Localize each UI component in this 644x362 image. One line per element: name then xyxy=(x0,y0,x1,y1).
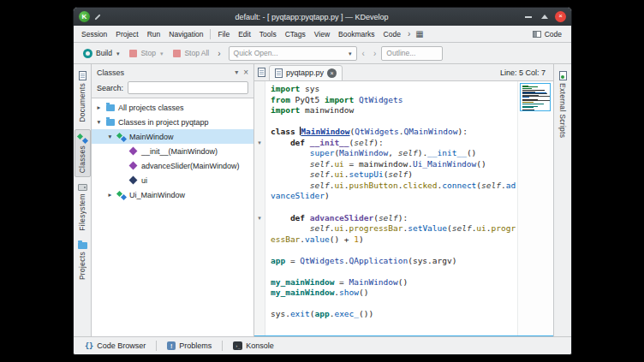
code-area[interactable]: import sysfrom PyQt5 import QtWidgetsimp… xyxy=(265,81,517,335)
stop-all-button[interactable]: Stop All xyxy=(169,47,213,59)
code-line[interactable]: super(MainWindow, self).__init__() xyxy=(271,148,517,159)
code-line[interactable]: essBar.value() + 1) xyxy=(271,234,517,246)
expander-icon[interactable]: ▾ xyxy=(106,133,114,140)
code-line[interactable]: def advanceSlider(self): xyxy=(271,213,517,224)
fold-marker[interactable]: ▾ xyxy=(254,213,265,224)
code-line[interactable]: app = QtWidgets.QApplication(sys.argv) xyxy=(271,256,517,267)
menu-overflow-icon[interactable] xyxy=(405,29,413,39)
code-line[interactable]: self.ui = mainwindow.Ui_MainWindow() xyxy=(271,159,517,170)
documents-list-icon[interactable] xyxy=(258,68,265,77)
code-line[interactable] xyxy=(271,299,517,310)
code-line[interactable] xyxy=(271,116,517,128)
tree-item--init-mainwindow-[interactable]: __init__(MainWindow) xyxy=(92,144,253,158)
code-line[interactable]: my_mainWindow = MainWindow() xyxy=(271,277,517,288)
panel-menu-icon[interactable] xyxy=(235,68,238,76)
tab-label: External Scripts xyxy=(558,83,567,138)
problems-icon: ! xyxy=(167,341,176,350)
code-line[interactable]: sys.exit(app.exec_()) xyxy=(271,309,517,320)
minimap-view-indicator[interactable] xyxy=(520,83,551,111)
tree-item-label: ui xyxy=(141,176,147,185)
search-input[interactable] xyxy=(128,81,248,94)
code-line[interactable]: class MainWindow(QtWidgets.QMainWindow): xyxy=(271,127,517,138)
menu-file[interactable]: File xyxy=(213,26,234,43)
menu-view[interactable]: View xyxy=(310,26,334,43)
menu-ctags[interactable]: CTags xyxy=(281,26,310,43)
code-line[interactable]: vanceSlider) xyxy=(271,191,517,202)
sidebar-tab-filesystem[interactable]: Filesystem xyxy=(75,180,91,235)
fold-slot xyxy=(254,288,265,299)
documents-icon xyxy=(79,71,86,80)
fold-slot xyxy=(254,159,265,170)
menu-edit[interactable]: Edit xyxy=(234,26,255,43)
navigate-forward-button[interactable]: › xyxy=(370,49,379,58)
code-line[interactable]: self.ui.pushButton.clicked.connect(self.… xyxy=(271,181,517,192)
code-line[interactable]: import mainwindow xyxy=(271,105,517,116)
minimap-scrollbar[interactable] xyxy=(517,81,553,335)
quick-open-dropdown-icon[interactable] xyxy=(348,49,352,57)
minimize-button[interactable] xyxy=(522,11,534,23)
minimap-line xyxy=(522,107,534,108)
classes-icon xyxy=(78,134,87,143)
menu-session[interactable]: Session xyxy=(77,26,111,43)
sidebar-tab-classes[interactable]: Classes xyxy=(75,129,91,177)
minimap-line xyxy=(522,110,534,110)
toolview-button-konsole[interactable]: ›_Konsole xyxy=(227,341,280,351)
close-button[interactable] xyxy=(555,11,566,22)
area-switcher-button[interactable]: Code xyxy=(527,27,568,42)
toolview-button-label: Problems xyxy=(179,341,212,350)
build-button[interactable]: Build xyxy=(79,47,123,60)
menu-project[interactable]: Project xyxy=(111,26,142,43)
tree-item-advanceslider-mainwindow-[interactable]: advanceSlider(MainWindow) xyxy=(92,158,253,173)
menu-navigation[interactable]: Navigation xyxy=(164,26,207,43)
toolview-button-code-browser[interactable]: {}Code Browser xyxy=(79,341,152,351)
tab-close-icon[interactable] xyxy=(327,68,337,78)
area-switcher-label: Code xyxy=(545,30,562,39)
code-line[interactable]: from PyQt5 import QtWidgets xyxy=(271,95,517,106)
sidebar-tab-documents[interactable]: Documents xyxy=(75,67,91,127)
menu-code[interactable]: Code xyxy=(379,26,405,43)
main-toolbar: Build Stop Stop All Quick Open... ‹ › Ou… xyxy=(74,43,571,64)
menu-run[interactable]: Run xyxy=(143,26,165,43)
fold-slot xyxy=(254,299,265,310)
tree-item-label: All projects classes xyxy=(118,104,184,112)
toolview-button-problems[interactable]: !Problems xyxy=(161,341,218,351)
titlebar[interactable]: K default: - [ pyqtapp:pyqtapp.py ] — KD… xyxy=(74,8,571,26)
expander-icon[interactable]: ▸ xyxy=(106,191,114,199)
sidebar-tab-external-scripts[interactable]: External Scripts xyxy=(555,67,571,142)
navigate-back-button[interactable]: ‹ xyxy=(359,49,368,58)
editor-tab-pyqtapp[interactable]: pyqtapp.py xyxy=(269,65,343,81)
code-line[interactable]: self.ui.setupUi(self) xyxy=(271,169,517,181)
code-line[interactable]: self.ui.progressBar.setValue(self.ui.pro… xyxy=(271,223,517,234)
bottom-toolview-bar: {}Code Browser!Problems›_Konsole xyxy=(74,336,571,354)
code-line[interactable] xyxy=(271,266,517,277)
tree-item-mainwindow[interactable]: ▾MainWindow xyxy=(92,129,253,144)
code-line[interactable] xyxy=(271,202,517,213)
toolbar-overflow-icon[interactable] xyxy=(215,49,223,58)
tree-item-all-projects-classes[interactable]: ▸All projects classes xyxy=(92,100,253,115)
fold-marker[interactable]: ▾ xyxy=(254,138,265,149)
text-editor[interactable]: ▾▾ import sysfrom PyQt5 import QtWidgets… xyxy=(254,81,553,335)
tab-label: Projects xyxy=(78,252,86,280)
build-dropdown-icon[interactable] xyxy=(116,49,120,57)
code-line[interactable] xyxy=(271,245,517,256)
menu-tools[interactable]: Tools xyxy=(255,26,281,43)
tree-item-classes-in-project-pyqtapp[interactable]: ▾Classes in project pyqtapp xyxy=(92,115,253,129)
grid-icon[interactable] xyxy=(413,29,426,39)
expander-icon[interactable]: ▾ xyxy=(95,118,103,126)
menu-bookmarks[interactable]: Bookmarks xyxy=(334,26,379,43)
outline-input[interactable]: Outline... xyxy=(381,46,443,61)
maximize-button[interactable] xyxy=(539,11,551,23)
tree-item-ui[interactable]: ui xyxy=(92,173,253,187)
panel-close-icon[interactable] xyxy=(243,68,248,77)
stop-button[interactable]: Stop xyxy=(125,47,167,59)
code-line[interactable]: def __init__(self): xyxy=(271,138,517,149)
quick-open-input[interactable]: Quick Open... xyxy=(229,46,357,61)
code-line[interactable]: my_mainWindow.show() xyxy=(271,288,517,299)
fold-slot xyxy=(254,266,265,277)
expander-icon[interactable]: ▸ xyxy=(95,104,103,111)
tree-item-ui-mainwindow[interactable]: ▸Ui_MainWindow xyxy=(92,187,253,202)
sidebar-tab-projects[interactable]: Projects xyxy=(75,238,91,284)
code-line[interactable]: import sys xyxy=(271,84,517,95)
stop-dropdown-icon[interactable] xyxy=(159,49,164,57)
method-icon xyxy=(129,162,138,170)
